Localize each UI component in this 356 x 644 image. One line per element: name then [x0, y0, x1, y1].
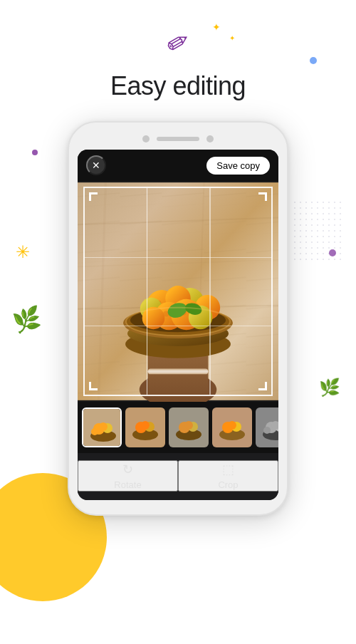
phone-outer-shell: ✕ Save copy — [68, 121, 288, 516]
purple-dot-right-decoration — [329, 249, 336, 256]
phone-speaker — [157, 137, 199, 141]
purple-dot-left-decoration — [32, 150, 38, 155]
sun-icon: ✳ — [16, 242, 30, 262]
star-icon-small: ✦ — [229, 34, 235, 42]
leaf-right-icon: 🌿 — [319, 378, 340, 398]
crop-area[interactable] — [78, 181, 278, 402]
phone-screen: ✕ Save copy — [78, 150, 278, 500]
phone-camera — [142, 135, 150, 142]
save-copy-button[interactable]: Save copy — [206, 157, 270, 175]
rotate-label: Rotate — [114, 479, 141, 490]
thumbnail-3[interactable] — [169, 407, 209, 447]
image-container — [78, 181, 278, 402]
rotate-button[interactable]: ↻ Rotate — [78, 460, 178, 492]
svg-point-49 — [141, 421, 150, 430]
wand-decoration-group: ✦ ✦ ✏ — [135, 27, 221, 58]
crop-label: Crop — [218, 479, 238, 490]
thumbnail-4[interactable] — [212, 407, 252, 447]
svg-point-67 — [263, 427, 271, 434]
fruit-bowl-image — [78, 181, 278, 402]
blue-dot-decoration — [310, 57, 317, 64]
action-bar: ↻ Rotate ⬚ Crop — [78, 453, 278, 500]
svg-point-42 — [99, 422, 108, 431]
phone-top-bar — [78, 135, 278, 142]
thumbnail-2[interactable] — [125, 407, 165, 447]
magic-wand-icon: ✏ — [160, 24, 196, 62]
page-title: Easy editing — [0, 71, 356, 101]
rotate-icon: ↻ — [122, 462, 133, 477]
crop-button[interactable]: ⬚ Crop — [178, 460, 278, 492]
crop-icon: ⬚ — [222, 462, 234, 477]
svg-rect-12 — [148, 370, 209, 373]
title-section: Easy editing — [0, 71, 356, 101]
dots-pattern-decoration — [292, 199, 342, 264]
svg-point-61 — [228, 421, 236, 430]
close-button[interactable]: ✕ — [86, 155, 106, 175]
phone-sensor — [206, 135, 214, 142]
phone-mockup: ✕ Save copy — [68, 121, 288, 516]
thumbnail-1[interactable] — [82, 407, 122, 447]
svg-point-43 — [91, 428, 98, 435]
leaf-left-icon: 🌿 — [11, 304, 43, 336]
svg-point-55 — [184, 421, 193, 430]
star-icon: ✦ — [212, 21, 221, 33]
screen-toolbar: ✕ Save copy — [78, 150, 278, 181]
thumbnail-5[interactable] — [256, 407, 278, 447]
filter-thumbnails-row — [78, 402, 278, 453]
